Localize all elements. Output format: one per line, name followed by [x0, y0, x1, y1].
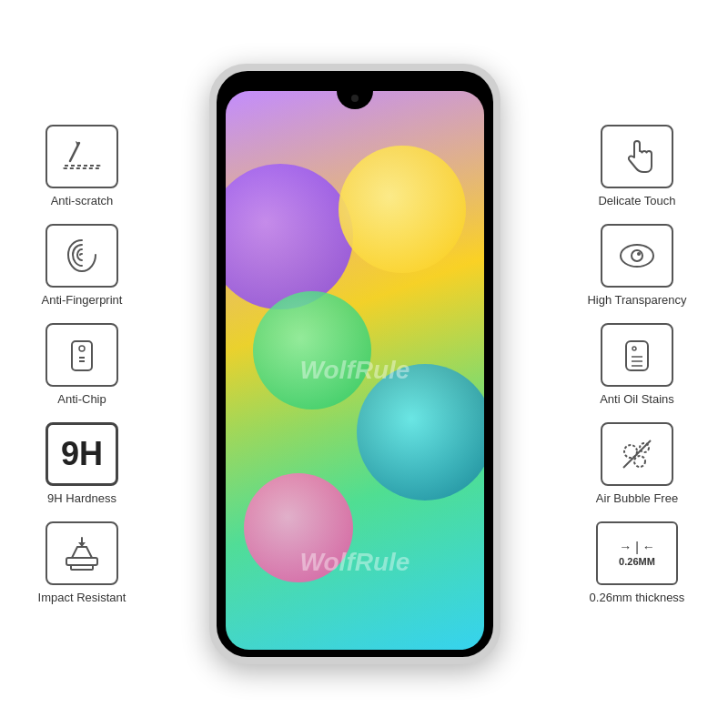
impact-icon-box: [46, 521, 118, 585]
svg-rect-7: [66, 558, 97, 565]
svg-rect-8: [71, 565, 93, 570]
chip-icon: [59, 332, 105, 378]
svg-point-4: [79, 346, 85, 351]
anti-chip-label: Anti-Chip: [57, 392, 106, 406]
bubble-icon: [614, 431, 660, 477]
svg-point-13: [632, 250, 642, 261]
feature-anti-fingerprint: Anti-Fingerprint: [42, 224, 123, 307]
anti-fingerprint-label: Anti-Fingerprint: [42, 293, 123, 307]
arrow-left-icon: →: [619, 540, 632, 554]
feature-9h-hardness: 9H 9H Hardness: [46, 422, 118, 505]
thickness-label: 0.26mm thickness: [590, 591, 685, 604]
anti-fingerprint-icon-box: [46, 224, 118, 288]
feature-air-bubble-free: Air Bubble Free: [596, 422, 678, 505]
svg-line-23: [623, 440, 651, 468]
feature-impact-resistant: Impact Resistant: [38, 521, 126, 604]
left-features-column: Anti-scratch Anti-Fingerprint: [9, 125, 155, 604]
oil-stain-icon-box: [601, 323, 673, 387]
high-transparency-label: High Transparency: [587, 293, 686, 307]
phone-center: WolfRule WolfRule: [155, 64, 555, 664]
thickness-icon-box: → | ← 0.26MM: [596, 521, 678, 585]
right-features-column: Delicate Touch High Transparency: [555, 125, 719, 604]
fingerprint-icon: [59, 233, 105, 278]
eye-icon: [614, 233, 660, 278]
feature-high-transparency: High Transparency: [587, 224, 686, 307]
anti-oil-stains-label: Anti Oil Stains: [600, 392, 674, 406]
feature-delicate-touch: Delicate Touch: [598, 125, 675, 207]
thickness-arrows: → | ←: [619, 540, 655, 554]
9h-icon-box: 9H: [46, 422, 118, 486]
svg-rect-0: [64, 166, 100, 168]
anti-scratch-icon-box: [46, 125, 118, 188]
phone-wrapper: WolfRule WolfRule: [209, 64, 500, 664]
touch-icon-box: [601, 125, 673, 188]
impact-resistant-label: Impact Resistant: [38, 591, 126, 604]
impact-icon: [59, 531, 105, 576]
svg-point-22: [634, 456, 645, 467]
feature-anti-oil-stains: Anti Oil Stains: [600, 323, 674, 406]
oilstain-icon: [614, 332, 660, 378]
svg-point-12: [621, 245, 653, 267]
feature-anti-chip: Anti-Chip: [46, 323, 118, 406]
svg-point-14: [637, 252, 641, 256]
main-layout: Anti-scratch Anti-Fingerprint: [0, 0, 728, 728]
feature-anti-scratch: Anti-scratch: [46, 125, 118, 207]
scratch-icon: [59, 134, 105, 179]
transparency-icon-box: [601, 224, 673, 288]
9h-hardness-label: 9H Hardness: [47, 491, 116, 505]
svg-point-16: [632, 347, 636, 350]
arrow-right-icon: ←: [642, 540, 655, 554]
thickness-mm-label: 0.26MM: [619, 556, 655, 567]
camera-dot: [351, 95, 359, 102]
feature-thickness: → | ← 0.26MM 0.26mm thickness: [590, 521, 685, 604]
anti-scratch-label: Anti-scratch: [51, 194, 114, 207]
bubble-icon-box: [601, 422, 673, 486]
phone-screen: WolfRule WolfRule: [226, 91, 484, 650]
delicate-touch-label: Delicate Touch: [598, 194, 675, 207]
thickness-value: |: [635, 540, 639, 554]
anti-chip-icon-box: [46, 323, 118, 387]
touch-icon: [614, 134, 660, 179]
air-bubble-free-label: Air Bubble Free: [596, 491, 678, 505]
